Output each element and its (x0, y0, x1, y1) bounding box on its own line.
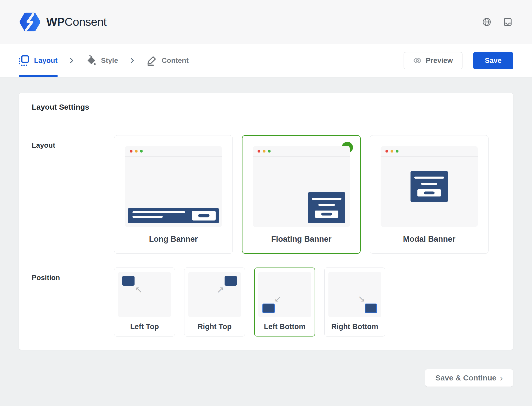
position-option-label: Right Bottom (331, 322, 378, 331)
position-row: Position ↖ Left Top ↗ (32, 268, 500, 337)
globe-icon[interactable] (482, 17, 492, 27)
browser-mockup (125, 146, 222, 227)
position-preview: ↙ (258, 272, 311, 317)
tab-layout-label: Layout (34, 56, 58, 65)
position-option-label: Left Top (130, 322, 159, 331)
modal-banner-graphic (411, 171, 448, 202)
preview-button[interactable]: Preview (404, 52, 462, 69)
position-option-right-top[interactable]: ↗ Right Top (184, 268, 245, 337)
layout-option-label: Long Banner (149, 235, 198, 244)
save-button[interactable]: Save (473, 52, 513, 69)
layout-row-label: Layout (32, 135, 114, 254)
window-dot-yellow (263, 150, 265, 153)
tab-layout[interactable]: Layout (19, 44, 58, 77)
layout-option-floating-banner[interactable]: Floating Banner (242, 135, 361, 254)
save-and-continue-label: Save & Continue (435, 374, 496, 382)
layout-settings-panel: Layout Settings Layout (19, 93, 513, 350)
brand-name-consent: Consent (65, 15, 107, 28)
chevron-right-icon (68, 57, 75, 64)
inbox-icon[interactable] (503, 17, 513, 27)
position-preview: ↘ (328, 272, 381, 317)
tab-style[interactable]: Style (86, 44, 118, 77)
banner-position-rect (225, 276, 237, 286)
main-content: Layout Settings Layout (0, 77, 532, 350)
tab-style-label: Style (101, 56, 118, 65)
layout-option-label: Modal Banner (403, 235, 456, 244)
arrow-down-left-icon: ↙ (274, 294, 282, 303)
browser-mockup (381, 146, 478, 227)
brand-logo: WPConsent (19, 12, 107, 32)
banner-position-rect (365, 304, 377, 313)
wpconsent-logo-icon (19, 12, 41, 32)
save-and-continue-button[interactable]: Save & Continue › (425, 369, 513, 387)
arrow-down-right-icon: ↘ (358, 294, 365, 303)
brand-name-wp: WP (46, 15, 65, 28)
settings-tabbar: Layout Style Content (0, 44, 532, 77)
banner-position-rect (122, 276, 135, 286)
banner-position-rect (262, 304, 275, 313)
eye-icon (413, 56, 422, 65)
save-button-label: Save (485, 56, 502, 65)
window-dot-green (140, 150, 143, 153)
tab-content[interactable]: Content (146, 44, 189, 77)
position-preview: ↖ (118, 272, 171, 317)
paint-bucket-icon (86, 55, 96, 66)
pencil-icon (146, 55, 157, 66)
position-option-label: Right Top (197, 322, 231, 331)
window-dot-red (258, 150, 260, 153)
chevron-right-icon: › (500, 373, 503, 383)
window-dot-yellow (135, 150, 138, 153)
arrow-up-right-icon: ↗ (217, 285, 224, 294)
browser-mockup (253, 146, 350, 227)
window-dot-green (268, 150, 271, 153)
long-banner-graphic (128, 208, 219, 223)
tab-content-label: Content (162, 56, 189, 65)
position-option-right-bottom[interactable]: ↘ Right Bottom (324, 268, 385, 337)
window-dot-red (385, 150, 388, 153)
position-option-left-bottom[interactable]: ↙ Left Bottom (254, 268, 315, 337)
preview-button-label: Preview (426, 56, 453, 65)
app-header: WPConsent (0, 0, 532, 44)
floating-banner-graphic (308, 192, 345, 223)
brand-name: WPConsent (46, 15, 107, 29)
browser-mockup-titlebar (381, 146, 478, 157)
layout-option-label: Floating Banner (271, 235, 331, 244)
arrow-up-left-icon: ↖ (135, 285, 142, 294)
browser-mockup-titlebar (253, 146, 350, 157)
panel-title: Layout Settings (19, 93, 513, 121)
chevron-right-icon (128, 57, 136, 64)
footer-actions: Save & Continue › (0, 350, 532, 387)
position-option-left-top[interactable]: ↖ Left Top (114, 268, 175, 337)
layout-option-modal-banner[interactable]: Modal Banner (370, 135, 489, 254)
browser-mockup-titlebar (125, 146, 222, 157)
layout-row: Layout (32, 135, 500, 254)
window-dot-yellow (391, 150, 393, 153)
window-dot-red (130, 150, 132, 153)
position-option-label: Left Bottom (264, 322, 306, 331)
layout-icon (19, 55, 29, 66)
position-row-label: Position (32, 268, 114, 337)
window-dot-green (396, 150, 398, 153)
position-preview: ↗ (188, 272, 241, 317)
layout-option-long-banner[interactable]: Long Banner (114, 135, 233, 254)
